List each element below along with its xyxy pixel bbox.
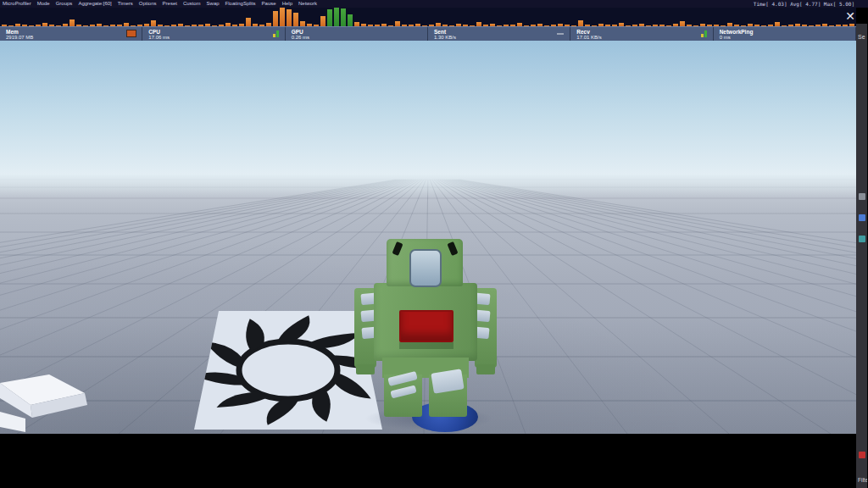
profiler-frame-bar	[273, 11, 278, 26]
stat-label: Recv	[576, 29, 712, 35]
stat-value: 0 ms	[720, 35, 855, 41]
stat-panel-cpu[interactable]: CPU17.06 ms	[142, 27, 285, 41]
menu-item-floatingsplits[interactable]: FloatingSplits	[225, 0, 256, 8]
mem-legend-icon	[127, 30, 136, 36]
stat-panel-sent[interactable]: Sent1.30 KB/s	[428, 27, 570, 41]
search-field-clipped[interactable]: Se	[858, 34, 865, 40]
panel-icon-red[interactable]	[859, 452, 865, 458]
sent-legend-icon	[557, 30, 564, 35]
menu-item-groups[interactable]: Groups	[56, 0, 73, 8]
stat-value: 2919.07 MB	[6, 35, 142, 41]
menu-item-microprofiler[interactable]: MicroProfiler	[3, 0, 31, 8]
menu-item-network[interactable]: Network	[298, 0, 317, 8]
menu-item-preset[interactable]: Preset	[163, 0, 177, 8]
stat-label: GPU	[292, 29, 427, 35]
stat-value: 17.06 ms	[148, 35, 284, 41]
stat-label: CPU	[148, 29, 284, 35]
profiler-graph[interactable]	[0, 8, 856, 27]
profiler-frame-bar	[578, 20, 583, 26]
stat-value: 1.30 KB/s	[434, 35, 570, 41]
cpu-legend-icon	[273, 30, 279, 37]
profiler-menu-items: MicroProfilerModeGroupsAggregate:[60]Tim…	[3, 0, 317, 8]
menu-item-mode[interactable]: Mode	[37, 0, 50, 8]
frame-time-stats: Time[ 4.03] Avg[ 4.77] Max[ 5.00]	[754, 0, 854, 8]
screen: MicroProfilerModeGroupsAggregate:[60]Tim…	[0, 0, 868, 488]
profiler-frame-bar	[280, 8, 285, 26]
profiler-frame-bar	[348, 14, 353, 26]
profiler-frame-bar	[70, 19, 75, 26]
stat-label: Mem	[6, 29, 142, 35]
stat-label: Sent	[434, 29, 570, 35]
character-face-visor	[409, 249, 442, 287]
right-dock-panel[interactable]: Se Filte	[856, 24, 867, 488]
stat-panel-gpu[interactable]: GPU0.26 ms	[286, 27, 428, 41]
game-viewport[interactable]	[0, 41, 856, 434]
panel-icon-blue[interactable]	[859, 214, 865, 221]
profiler-frame-bar	[327, 9, 332, 26]
stat-panel-mem[interactable]: Mem2919.07 MB	[0, 27, 142, 41]
stat-label: NetworkPing	[720, 29, 855, 35]
menu-item-help[interactable]: Help	[282, 0, 292, 8]
stat-value: 17.01 KB/s	[576, 35, 712, 41]
character-chest-plate	[399, 310, 453, 342]
profiler-frame-bar	[287, 9, 292, 26]
stat-panel-recv[interactable]: Recv17.01 KB/s	[570, 27, 713, 41]
recv-legend-icon	[701, 30, 707, 37]
profiler-frame-bar	[320, 16, 326, 26]
bottom-letterbox	[0, 434, 868, 488]
stat-value: 0.26 ms	[292, 35, 427, 41]
profiler-frame-bar	[334, 8, 339, 26]
panel-icon-teal[interactable]	[859, 236, 865, 242]
white-part-lower-step	[0, 412, 25, 432]
stats-bar: Mem2919.07 MBCPU17.06 msGPU0.26 msSent1.…	[0, 26, 856, 41]
profiler-frame-bar	[246, 18, 251, 26]
panel-icon-gray[interactable]	[859, 193, 865, 200]
profiler-frame-bar	[151, 20, 156, 26]
player-character[interactable]	[354, 239, 497, 419]
sky	[0, 41, 856, 175]
menu-item-options[interactable]: Options	[139, 0, 157, 8]
menu-item-swap[interactable]: Swap	[207, 0, 220, 8]
character-left-hand	[356, 364, 375, 374]
filter-field-clipped[interactable]: Filte	[858, 477, 867, 483]
close-profiler-button[interactable]: ✕	[843, 8, 858, 25]
menu-item-aggregate60[interactable]: Aggregate:[60]	[78, 0, 111, 8]
character-right-hand	[476, 364, 495, 374]
menu-item-custom[interactable]: Custom	[183, 0, 201, 8]
profiler-menubar: MicroProfilerModeGroupsAggregate:[60]Tim…	[0, 0, 868, 8]
menu-item-timers[interactable]: Timers	[118, 0, 133, 8]
profiler-frame-bar	[341, 8, 346, 26]
menu-item-pause[interactable]: Pause	[262, 0, 276, 8]
white-part[interactable]	[0, 371, 97, 434]
character-chest-shadow	[399, 342, 453, 349]
profiler-frame-bar	[293, 13, 298, 26]
stat-panel-networkping[interactable]: NetworkPing0 ms	[714, 27, 856, 41]
